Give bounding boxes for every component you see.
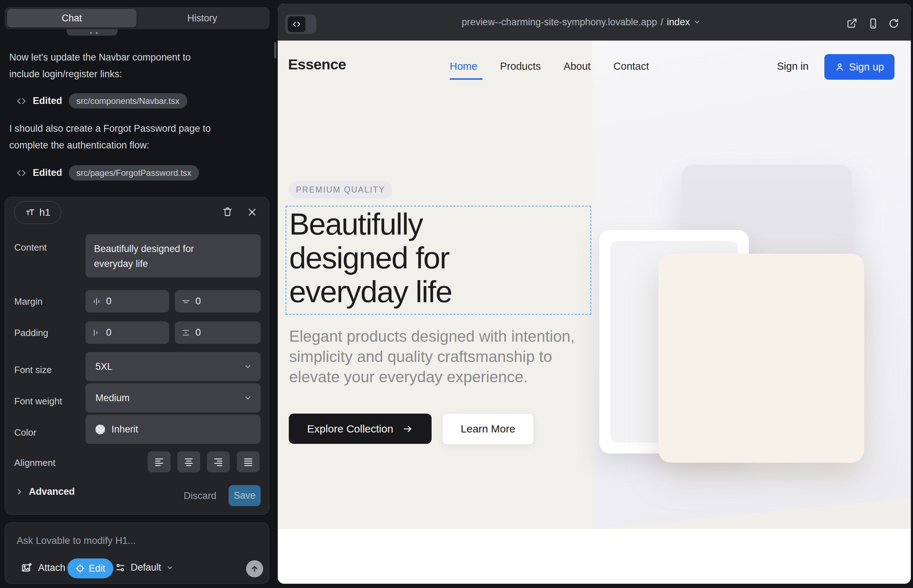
chat-scrollbar-thumb[interactable] — [274, 42, 276, 58]
chevron-down-icon — [166, 564, 173, 571]
discard-button[interactable]: Discard — [184, 491, 217, 501]
tab-history[interactable]: History — [136, 9, 268, 27]
nav-link-about[interactable]: About — [564, 60, 591, 72]
nav-link-contact[interactable]: Contact — [614, 60, 649, 72]
element-tag-label: h1 — [39, 207, 50, 218]
send-button[interactable] — [246, 560, 263, 577]
hero-description: Elegant products designed with intention… — [289, 326, 575, 387]
margin-y-input[interactable]: 0 — [175, 290, 261, 312]
scrolled-chip-dot — [90, 32, 92, 34]
composer-placeholder: Ask Lovable to modify H1... — [17, 535, 136, 546]
selected-element-chip[interactable]: h1 — [14, 201, 61, 224]
file-edit-row: Edited src/pages/ForgotPassword.tsx — [16, 165, 199, 181]
edited-file-chip[interactable]: src/components/Navbar.tsx — [69, 93, 187, 108]
trash-icon — [222, 206, 233, 218]
tab-chat[interactable]: Chat — [7, 9, 136, 27]
align-right-button[interactable] — [207, 451, 230, 472]
advanced-toggle[interactable]: Advanced — [15, 486, 75, 497]
align-justify-button[interactable] — [237, 451, 260, 472]
color-swatch-icon — [96, 425, 105, 434]
align-center-button[interactable] — [177, 451, 200, 472]
margin-label: Margin — [14, 296, 42, 307]
code-preview-toggle[interactable] — [285, 15, 316, 34]
element-editor-panel: h1 Content Beautifully designed for ever… — [5, 197, 269, 515]
font-weight-label: Font weight — [14, 396, 62, 407]
font-weight-value: Medium — [96, 393, 130, 404]
font-size-select[interactable]: 5XL — [86, 352, 261, 381]
nav-link-home[interactable]: Home — [450, 60, 477, 72]
attach-button[interactable]: Attach — [21, 562, 66, 573]
align-right-icon — [213, 457, 223, 467]
type-icon — [25, 207, 36, 218]
advanced-label: Advanced — [29, 486, 75, 497]
chevron-right-icon — [15, 488, 23, 496]
site-logo[interactable]: Essence — [288, 56, 346, 73]
font-size-label: Font size — [14, 365, 52, 375]
sign-in-link[interactable]: Sign in — [777, 60, 809, 72]
arrow-up-icon — [250, 564, 259, 573]
image-plus-icon — [21, 562, 32, 573]
align-center-icon — [183, 457, 194, 467]
chat-composer[interactable]: Ask Lovable to modify H1... Attach Edit … — [5, 522, 269, 584]
color-label: Color — [14, 427, 36, 438]
delete-element-button[interactable] — [222, 206, 233, 218]
nav-link-products[interactable]: Products — [500, 60, 541, 72]
close-editor-button[interactable] — [246, 207, 258, 218]
refresh-icon — [888, 18, 900, 29]
align-left-icon — [154, 457, 165, 467]
explore-collection-label: Explore Collection — [307, 423, 393, 435]
color-select[interactable]: Inherit — [86, 415, 261, 444]
color-value: Inherit — [112, 424, 138, 435]
file-edit-row: Edited src/components/Navbar.tsx — [16, 93, 187, 108]
close-icon — [246, 207, 258, 218]
code-icon — [16, 168, 26, 178]
margin-y-value: 0 — [196, 296, 201, 307]
padding-label: Padding — [14, 328, 48, 339]
user-icon — [835, 62, 845, 72]
site-nav: Home Products About Contact — [450, 60, 649, 72]
learn-more-button[interactable]: Learn More — [442, 413, 534, 445]
url-host: preview--charming-site-symphony.lovable.… — [462, 17, 657, 28]
chevron-down-icon — [244, 394, 252, 402]
address-bar[interactable]: preview--charming-site-symphony.lovable.… — [462, 3, 701, 40]
edit-mode-button[interactable]: Edit — [67, 559, 113, 578]
preview-chrome-bar: preview--charming-site-symphony.lovable.… — [278, 3, 911, 40]
hero-heading[interactable]: Beautifully designed for everyday life — [289, 207, 452, 309]
assistant-message: I should also create a Forgot Password p… — [9, 120, 211, 154]
hero-badge: PREMIUM QUALITY — [289, 181, 392, 199]
padding-x-value: 0 — [106, 327, 112, 338]
align-left-button[interactable] — [148, 451, 170, 472]
sliders-icon — [115, 562, 126, 573]
save-button[interactable]: Save — [228, 485, 261, 506]
composer-toolbar: Attach Edit Default — [5, 558, 269, 579]
font-weight-select[interactable]: Medium — [86, 383, 261, 412]
sign-up-button[interactable]: Sign up — [824, 54, 895, 80]
padding-horizontal-icon — [92, 328, 101, 338]
mobile-view-button[interactable] — [868, 18, 879, 29]
scrolled-chip-dot — [96, 32, 97, 34]
padding-x-input[interactable]: 0 — [86, 321, 169, 344]
code-toggle-segment[interactable] — [288, 16, 306, 32]
padding-y-input[interactable]: 0 — [175, 321, 261, 344]
margin-x-input[interactable]: 0 — [86, 290, 169, 312]
mode-select[interactable]: Default — [115, 562, 173, 573]
refresh-button[interactable] — [888, 18, 900, 29]
active-link-underline — [450, 78, 482, 80]
edit-label: Edit — [89, 563, 105, 574]
margin-vertical-icon — [181, 297, 191, 306]
sign-up-label: Sign up — [849, 61, 884, 73]
margin-x-value: 0 — [106, 296, 112, 307]
smartphone-icon — [868, 18, 879, 29]
content-label: Content — [14, 242, 47, 253]
open-external-button[interactable] — [846, 18, 858, 29]
content-input[interactable]: Beautifully designed for everyday life — [86, 234, 261, 277]
explore-collection-button[interactable]: Explore Collection — [289, 414, 432, 444]
attach-label: Attach — [38, 562, 66, 573]
preview-window: preview--charming-site-symphony.lovable.… — [278, 3, 911, 584]
edited-file-chip[interactable]: src/pages/ForgotPassword.tsx — [69, 165, 199, 181]
edit-action-label: Edited — [33, 95, 62, 107]
external-link-icon — [846, 18, 858, 29]
alignment-label: Alignment — [14, 457, 55, 468]
font-size-value: 5XL — [96, 361, 113, 372]
align-justify-icon — [243, 457, 254, 467]
